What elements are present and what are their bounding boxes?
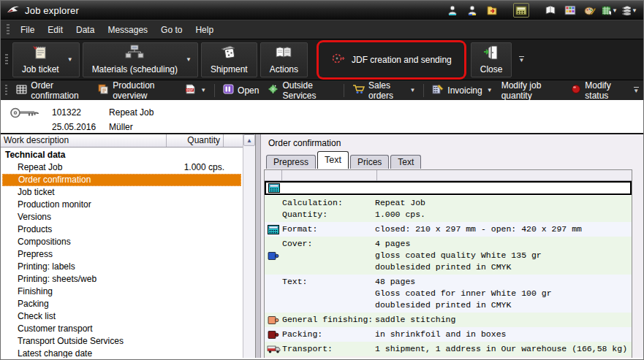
order-confirmation-nav-label: Order confirmation bbox=[31, 80, 89, 101]
menu-file[interactable]: File bbox=[14, 22, 41, 38]
row-label: Calculation: bbox=[282, 197, 375, 209]
planning-board-icon[interactable] bbox=[562, 3, 578, 18]
row-value: 1.000 cps. bbox=[375, 209, 632, 221]
open-nav-label: Open bbox=[238, 85, 259, 96]
invoicing-nav-button[interactable]: Invoicing ▼ bbox=[428, 83, 496, 98]
production-overview-nav-label: Production overview bbox=[113, 80, 176, 101]
tree-item-printing-sheets-web[interactable]: Printing: sheets/web bbox=[1, 273, 243, 286]
selected-row[interactable] bbox=[265, 181, 632, 195]
menubar: File Edit Data Messages Go to Help bbox=[1, 20, 643, 39]
chevron-down-icon: ▼ bbox=[487, 87, 493, 93]
tree-item-printing-labels[interactable]: Printing: labels bbox=[1, 261, 243, 273]
user-switch-icon[interactable] bbox=[464, 3, 480, 18]
general-finishing-block[interactable]: General finishing:saddle stitching bbox=[265, 313, 632, 327]
menu-help[interactable]: Help bbox=[189, 22, 220, 38]
chevron-down-icon: ▼ bbox=[186, 56, 192, 63]
packing-block[interactable]: Packing:in shrinkfoil and in boxes bbox=[265, 327, 632, 342]
tree-item-products[interactable]: Products bbox=[1, 223, 243, 236]
row-value: saddle stitching bbox=[375, 314, 632, 326]
outside-services-nav-button[interactable]: Outside Services bbox=[263, 79, 340, 102]
tree-item-versions[interactable]: Versions bbox=[1, 211, 243, 223]
tree-item-packing[interactable]: Packing bbox=[1, 298, 243, 310]
materials-scheduling-button[interactable]: Materials (scheduling) ▼ bbox=[83, 42, 198, 77]
actions-icon bbox=[274, 45, 293, 63]
tree-item-customer-transport[interactable]: Customer transport bbox=[1, 323, 243, 335]
column-header-work-description[interactable]: Work description bbox=[1, 134, 167, 147]
tree-item-order-confirmation[interactable]: Order confirmation bbox=[2, 174, 241, 186]
modify-job-quantity-button[interactable]: Modify job quantity bbox=[497, 79, 567, 102]
materials-label: Materials (scheduling) bbox=[92, 64, 178, 74]
format-block[interactable]: Format:closed: 210 x 297 mm - open: 420 … bbox=[265, 222, 632, 237]
user-add-icon[interactable] bbox=[444, 3, 461, 18]
jdf-creation-button[interactable]: JDF creation and sending bbox=[319, 43, 463, 77]
tree-item-prepress[interactable]: Prepress bbox=[1, 248, 243, 261]
menu-data[interactable]: Data bbox=[69, 22, 101, 38]
job-name-customer: Repeat Job Müller bbox=[109, 105, 154, 133]
main-toolbar-grip[interactable] bbox=[5, 54, 8, 66]
modify-status-button[interactable]: Modify status bbox=[567, 79, 630, 102]
row-value: Gloss coated for inner White 100 gr bbox=[375, 288, 632, 299]
job-number-date: 101322 25.05.2016 bbox=[52, 105, 96, 133]
sales-orders-nav-button[interactable]: Sales orders ▼ bbox=[348, 79, 420, 102]
tab-prices[interactable]: Prices bbox=[350, 155, 389, 169]
menubar-grip[interactable] bbox=[7, 24, 10, 36]
cover-block[interactable]: Cover:4 pages gloss coated quality White… bbox=[265, 237, 632, 275]
nav-toolbar-overflow-button[interactable]: ▼ bbox=[632, 83, 640, 99]
tree-item-latest-change-date[interactable]: Latest change date bbox=[1, 348, 243, 358]
table-filler bbox=[265, 356, 632, 358]
row-label: General finishing: bbox=[282, 314, 375, 326]
tab-text-2[interactable]: Text bbox=[390, 155, 421, 169]
tree-item-check-list[interactable]: Check list bbox=[1, 310, 243, 323]
open-window-icon bbox=[223, 84, 234, 96]
close-button[interactable]: Close bbox=[471, 42, 512, 77]
production-overview-nav-button[interactable]: Production overview bbox=[94, 79, 181, 102]
close-door-icon bbox=[482, 45, 500, 63]
menu-messages[interactable]: Messages bbox=[101, 22, 154, 38]
palette-icon[interactable] bbox=[582, 3, 598, 18]
ledger-dropdown-icon[interactable]: ▼ bbox=[602, 3, 618, 18]
row-label: Format: bbox=[282, 223, 375, 235]
header-cell-icon[interactable] bbox=[265, 170, 282, 180]
tree-item-compositions[interactable]: Compositions bbox=[1, 236, 243, 248]
calculator-icon[interactable] bbox=[513, 3, 529, 18]
order-confirmation-nav-button[interactable]: Order confirmation bbox=[12, 79, 94, 102]
job-ticket-button[interactable]: Job ticket ▼ bbox=[12, 42, 80, 77]
window-title: Job explorer bbox=[25, 5, 79, 16]
toolbar-overflow-button[interactable]: ▼ bbox=[516, 44, 526, 76]
tree-item-job-ticket[interactable]: Job ticket bbox=[1, 186, 243, 199]
invoicing-nav-label: Invoicing bbox=[447, 85, 482, 96]
nav-toolbar-grip[interactable] bbox=[5, 85, 7, 96]
header-cell-label[interactable] bbox=[282, 170, 377, 180]
tree-item-transport-outside-services[interactable]: Transport Outside Services bbox=[1, 335, 243, 348]
job-export-icon[interactable] bbox=[484, 3, 500, 18]
tree-scrollbar[interactable]: ▲ bbox=[243, 134, 255, 358]
menu-goto[interactable]: Go to bbox=[154, 22, 189, 38]
tree-item-finishing[interactable]: Finishing bbox=[1, 286, 243, 298]
confirmation-text-table: Calculation:Repeat Job Quantity:1.000 cp… bbox=[264, 169, 632, 358]
tree-body: Technical data Repeat Job 1.000 cps. Ord… bbox=[1, 148, 243, 358]
tab-prepress[interactable]: Prepress bbox=[266, 155, 316, 169]
shipment-label: Shipment bbox=[211, 64, 248, 74]
job-explorer-window: Job explorer bbox=[0, 0, 644, 360]
tab-text[interactable]: Text bbox=[317, 151, 349, 169]
scroll-up-arrow-icon[interactable]: ▲ bbox=[243, 134, 255, 146]
menu-edit[interactable]: Edit bbox=[41, 22, 69, 38]
pdf-export-button[interactable]: ▼ bbox=[181, 83, 211, 98]
column-header-quantity[interactable]: Quantity bbox=[167, 134, 224, 147]
row-value: gloss coated quality White 135 gr bbox=[375, 250, 632, 261]
notebook-icon[interactable] bbox=[542, 3, 558, 18]
tree-group-technical-data[interactable]: Technical data bbox=[1, 149, 243, 161]
shipment-icon bbox=[219, 45, 238, 63]
text-block[interactable]: Text:48 pages Gloss coated for inner Whi… bbox=[265, 275, 632, 313]
actions-button[interactable]: Actions bbox=[260, 42, 308, 77]
header-cell-value[interactable] bbox=[377, 170, 632, 180]
tree-item-repeat-job[interactable]: Repeat Job 1.000 cps. bbox=[1, 161, 243, 174]
open-nav-button[interactable]: Open bbox=[219, 83, 263, 98]
work-description-panel: Work description Quantity Technical data… bbox=[1, 134, 256, 358]
calculation-block[interactable]: Calculation:Repeat Job Quantity:1.000 cp… bbox=[265, 196, 632, 222]
modify-job-quantity-label: Modify job quantity bbox=[501, 80, 563, 101]
transport-block[interactable]: Transport:1 shipment, 1 address in Our w… bbox=[265, 342, 632, 356]
tree-item-production-monitor[interactable]: Production monitor bbox=[1, 199, 243, 211]
layers-dropdown-icon[interactable]: ▼ bbox=[621, 3, 637, 18]
shipment-button[interactable]: Shipment bbox=[201, 42, 257, 77]
